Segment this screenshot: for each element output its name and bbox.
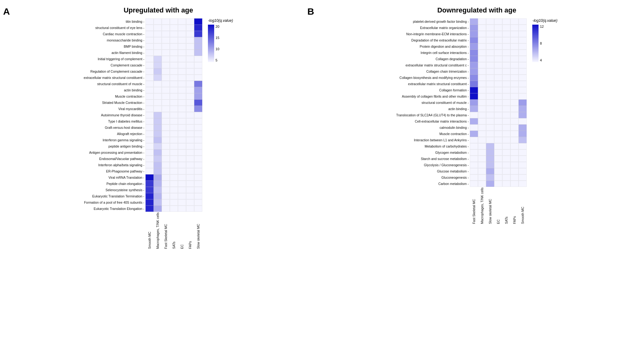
table-row xyxy=(145,75,202,81)
heatmap-cell xyxy=(478,143,486,149)
heatmap-cell xyxy=(145,81,154,87)
col-label: SATs xyxy=(172,212,176,249)
heatmap-cell xyxy=(519,162,527,168)
heatmap-cell xyxy=(178,206,186,212)
heatmap-cell xyxy=(178,68,186,75)
table-row xyxy=(145,168,202,174)
row-label: Collagen formation - xyxy=(396,87,469,93)
heatmap-cell xyxy=(178,106,186,112)
heatmap-cell xyxy=(162,112,170,118)
heatmap-cell xyxy=(170,193,178,199)
heatmap-cell xyxy=(194,137,202,143)
heatmap-cell xyxy=(486,75,494,81)
heatmap-cell xyxy=(486,18,494,25)
table-row xyxy=(470,149,527,156)
legend-tick: 8 xyxy=(540,41,544,45)
heatmap-cell xyxy=(145,93,154,99)
heatmap-cell xyxy=(494,162,502,168)
row-label: Non-integrin membrane-ECM interactions - xyxy=(396,31,469,37)
heatmap-cell xyxy=(486,162,494,168)
row-label: Autoimmune thyroid disease - xyxy=(84,112,144,118)
heatmap-cell xyxy=(194,81,202,87)
heatmap-cell xyxy=(154,131,162,137)
heatmap-cell xyxy=(194,199,202,206)
table-row xyxy=(470,62,527,68)
heatmap-cell xyxy=(162,181,170,187)
heatmap-cell xyxy=(145,18,154,25)
heatmap-cell xyxy=(470,50,478,56)
heatmap-cell xyxy=(478,106,486,112)
row-label: structural constituent of muscle - xyxy=(396,99,469,106)
row-label: actin binding - xyxy=(84,87,144,93)
row-label: Eukaryotic Translation Termination - xyxy=(84,193,144,199)
table-row xyxy=(145,137,202,143)
row-label: Protein digestion and absorption - xyxy=(396,43,469,50)
heatmap-cell xyxy=(145,68,154,75)
row-label: Glycogen metabolism - xyxy=(396,149,469,156)
heatmap-cell xyxy=(502,75,510,81)
heatmap-cell xyxy=(170,106,178,112)
heatmap-cell xyxy=(186,174,194,181)
heatmap-cell xyxy=(162,31,170,37)
heatmap-cell xyxy=(170,37,178,43)
heatmap-cell xyxy=(178,124,186,131)
panel-a-heatmap-wrapper: titin binding -structural constituent of… xyxy=(84,18,233,249)
heatmap-cell xyxy=(510,181,519,187)
heatmap-cell xyxy=(494,68,502,75)
heatmap-cell xyxy=(162,131,170,137)
heatmap-cell xyxy=(186,25,194,31)
heatmap-cell xyxy=(154,25,162,31)
heatmap-cell xyxy=(510,18,519,25)
table-row xyxy=(145,206,202,212)
heatmap-cell xyxy=(162,174,170,181)
heatmap-cell xyxy=(519,81,527,87)
heatmap-cell xyxy=(154,193,162,199)
row-label: Gluconeogenesis - xyxy=(396,174,469,181)
heatmap-cell xyxy=(502,81,510,87)
heatmap-cell xyxy=(178,118,186,124)
heatmap-cell xyxy=(186,199,194,206)
heatmap-cell xyxy=(186,118,194,124)
heatmap-cell xyxy=(170,18,178,25)
heatmap-cell xyxy=(145,106,154,112)
table-row xyxy=(145,68,202,75)
row-label: Allograft rejection - xyxy=(84,131,144,137)
heatmap-cell xyxy=(519,75,527,81)
heatmap-cell xyxy=(154,106,162,112)
heatmap-cell xyxy=(170,25,178,31)
heatmap-cell xyxy=(186,162,194,168)
heatmap-cell xyxy=(478,168,486,174)
heatmap-cell xyxy=(178,199,186,206)
heatmap-cell xyxy=(470,181,478,187)
heatmap-cell xyxy=(510,156,519,162)
row-label: BMP binding - xyxy=(84,43,144,50)
heatmap-cell xyxy=(502,162,510,168)
heatmap-cell xyxy=(186,149,194,156)
heatmap-cell xyxy=(154,50,162,56)
heatmap-cell xyxy=(170,143,178,149)
heatmap-cell xyxy=(478,112,486,118)
heatmap-cell xyxy=(186,124,194,131)
heatmap-cell xyxy=(478,68,486,75)
heatmap-cell xyxy=(494,56,502,62)
heatmap-cell xyxy=(178,168,186,174)
heatmap-cell xyxy=(194,118,202,124)
legend-tick: 12 xyxy=(540,25,544,28)
table-row xyxy=(145,81,202,87)
heatmap-cell xyxy=(154,137,162,143)
heatmap-cell xyxy=(502,18,510,25)
row-label: Endosomal/Vacuolar pathway - xyxy=(84,156,144,162)
heatmap-cell xyxy=(519,112,527,118)
heatmap-cell xyxy=(478,93,486,99)
heatmap-cell xyxy=(145,149,154,156)
heatmap-cell xyxy=(170,174,178,181)
heatmap-cell xyxy=(186,99,194,106)
panel-a: A Upregulated with age titin binding -st… xyxy=(3,6,307,358)
heatmap-cell xyxy=(162,50,170,56)
row-label: Cell-extracellular matrix interactions - xyxy=(396,118,469,124)
heatmap-cell xyxy=(470,37,478,43)
heatmap-cell xyxy=(186,62,194,68)
heatmap-cell xyxy=(494,18,502,25)
heatmap-cell xyxy=(162,62,170,68)
heatmap-cell xyxy=(510,31,519,37)
